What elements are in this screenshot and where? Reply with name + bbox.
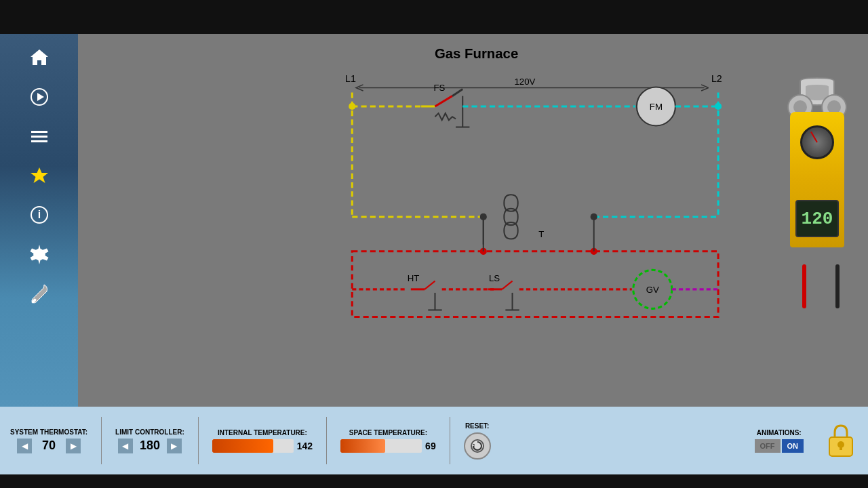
transformer[interactable]: [484, 195, 518, 244]
internal-temp-value: 142: [297, 441, 313, 451]
thermostat-value: 70: [35, 439, 62, 453]
limit-controller-label: LIMIT CONTROLLER:: [115, 428, 184, 436]
internal-temp-fill: [212, 439, 273, 453]
svg-marker-1: [37, 93, 44, 101]
fm-label: FM: [650, 102, 663, 112]
reset-icon: [470, 439, 485, 453]
reset-section: RESET:: [464, 422, 491, 460]
fs-label: FS: [433, 83, 445, 93]
forward-button[interactable]: [19, 80, 60, 114]
thermostat-increase-button[interactable]: ▶: [66, 439, 81, 453]
svg-text:i: i: [37, 209, 40, 220]
limit-value: 180: [136, 439, 163, 453]
reset-button[interactable]: [464, 432, 491, 460]
controller-icon: [824, 420, 858, 461]
svg-rect-2: [31, 131, 47, 133]
limit-increase-button[interactable]: ▶: [167, 439, 182, 453]
animations-label: ANIMATIONS:: [757, 429, 802, 436]
space-temp-bar: [340, 439, 422, 453]
ht-switch[interactable]: [411, 281, 442, 310]
gv-label: GV: [646, 285, 659, 295]
tool-button[interactable]: [19, 277, 60, 310]
svg-line-20: [502, 281, 512, 289]
system-thermostat-label: SYSTEM THERMOSTAT:: [10, 428, 87, 436]
junction-l2: [715, 103, 722, 110]
menu-button[interactable]: [19, 119, 60, 153]
clamp-meter[interactable]: 120: [780, 75, 854, 271]
svg-marker-5: [31, 167, 48, 183]
system-thermostat-section: SYSTEM THERMOSTAT: ◀ 70 ▶: [10, 428, 87, 453]
svg-rect-3: [31, 136, 47, 138]
diagram-title: Gas Furnace: [435, 46, 518, 61]
thermostat-decrease-button[interactable]: ◀: [17, 439, 32, 453]
space-temp-section: SPACE TEMPERATURE: 69: [340, 429, 436, 453]
l1-label: L1: [345, 73, 356, 84]
info-button[interactable]: i: [19, 198, 60, 232]
toggle-on-button[interactable]: ON: [782, 439, 804, 453]
home-button[interactable]: [19, 41, 60, 75]
t-label: T: [538, 229, 544, 239]
space-temp-fill: [340, 439, 385, 453]
animations-section: ANIMATIONS: OFF ON: [755, 429, 804, 453]
space-temp-value: 69: [425, 441, 436, 451]
divider-2: [198, 417, 199, 464]
toggle-off-button[interactable]: OFF: [755, 439, 781, 453]
svg-line-16: [425, 281, 435, 289]
voltage-label: 120V: [514, 77, 535, 87]
junction-l1: [349, 103, 355, 110]
divider-1: [101, 417, 102, 464]
low-voltage-rect: [352, 251, 718, 317]
meter-display: 120: [795, 200, 839, 237]
svg-rect-31: [840, 445, 842, 450]
toggle-container: OFF ON: [755, 439, 804, 453]
divider-4: [450, 417, 450, 464]
l2-label: L2: [711, 73, 722, 84]
divider-3: [326, 417, 327, 464]
ls-label: LS: [489, 273, 500, 283]
svg-line-12: [452, 89, 462, 96]
ht-label: HT: [408, 273, 420, 283]
limit-decrease-button[interactable]: ◀: [118, 439, 133, 453]
internal-temp-bar: [212, 439, 294, 453]
ls-switch[interactable]: [488, 281, 519, 310]
svg-line-11: [435, 96, 452, 106]
space-temp-label: SPACE TEMPERATURE:: [349, 429, 427, 436]
favorites-button[interactable]: [19, 159, 60, 192]
settings-button[interactable]: [19, 237, 60, 271]
internal-temp-label: INTERNAL TEMPERATURE:: [218, 429, 307, 436]
control-bar: SYSTEM THERMOSTAT: ◀ 70 ▶ LIMIT CONTROLL…: [0, 407, 868, 474]
controller-icon-section: [824, 420, 858, 461]
main-content: Gas Furnace L1 L2 120V: [78, 34, 868, 407]
fs-switch[interactable]: [421, 89, 469, 127]
probe-red: [802, 264, 806, 308]
reset-label: RESET:: [465, 422, 490, 430]
internal-temp-section: INTERNAL TEMPERATURE: 142: [212, 429, 313, 453]
top-bar: [0, 0, 868, 34]
svg-rect-4: [31, 140, 47, 142]
limit-controller-section: LIMIT CONTROLLER: ◀ 180 ▶: [115, 428, 184, 453]
probe-black: [835, 264, 840, 308]
circuit-diagram: Gas Furnace L1 L2 120V: [78, 34, 868, 407]
bottom-bar: [0, 474, 868, 488]
